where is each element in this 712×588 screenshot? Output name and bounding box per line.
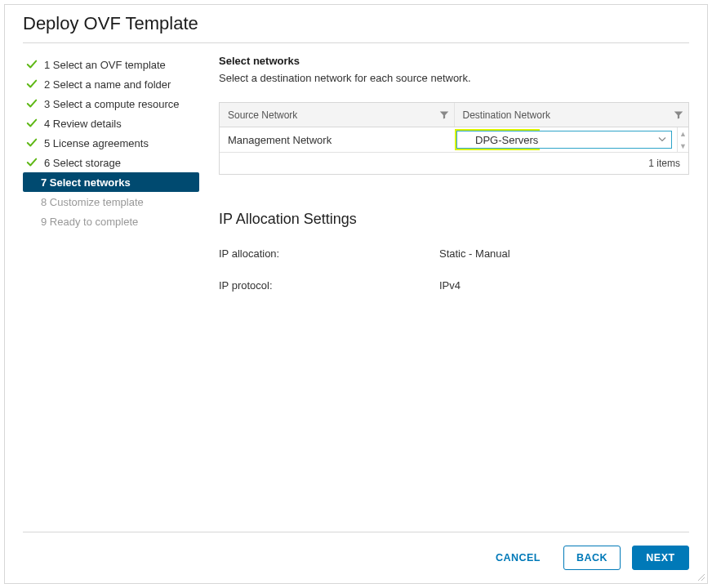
check-icon	[26, 157, 38, 168]
destination-network-select-wrap: DPG-Servers	[456, 131, 672, 149]
ip-protocol-value: IPv4	[439, 279, 461, 292]
dialog-title: Deploy OVF Template	[23, 13, 689, 34]
col-destination[interactable]: Destination Network	[455, 103, 689, 127]
wizard-step-6[interactable]: 6 Select storage	[23, 153, 199, 172]
next-button[interactable]: NEXT	[632, 546, 689, 570]
table-row: Management Network DPG-Servers	[220, 127, 677, 152]
chevron-down-icon	[658, 134, 666, 146]
deploy-ovf-dialog: Deploy OVF Template 1 Select an OVF temp…	[4, 4, 708, 584]
wizard-step-label: 9 Ready to complete	[41, 216, 138, 228]
check-icon	[26, 98, 38, 109]
wizard-step-2[interactable]: 2 Select a name and folder	[23, 74, 199, 94]
network-mapping-table: Source Network Destination Network	[219, 102, 689, 175]
wizard-step-7[interactable]: 7 Select networks	[23, 172, 199, 192]
wizard-step-label: 7 Select networks	[41, 176, 131, 189]
resize-grip-icon[interactable]	[696, 572, 705, 581]
col-destination-label: Destination Network	[463, 109, 550, 121]
ip-allocation-section: IP Allocation Settings IP allocation: St…	[219, 211, 689, 292]
filter-icon[interactable]	[439, 110, 449, 120]
destination-network-select[interactable]: DPG-Servers	[456, 131, 672, 149]
destination-network-cell: DPG-Servers	[452, 127, 677, 152]
check-icon	[26, 59, 38, 70]
wizard-step-label: 2 Select a name and folder	[44, 78, 171, 91]
filter-icon[interactable]	[674, 110, 683, 120]
wizard-step-label: 3 Select a compute resource	[44, 98, 179, 110]
ip-protocol-label: IP protocol:	[219, 279, 439, 292]
ip-allocation-label: IP allocation:	[219, 247, 439, 260]
wizard-step-label: 4 Review details	[44, 118, 122, 130]
section-subtitle: Select a destination network for each so…	[219, 72, 689, 84]
table-body: Management Network DPG-Servers	[220, 127, 688, 152]
wizard-step-3[interactable]: 3 Select a compute resource	[23, 94, 199, 114]
wizard-step-5[interactable]: 5 License agreements	[23, 133, 199, 153]
wizard-step-4[interactable]: 4 Review details	[23, 114, 199, 133]
source-network-cell: Management Network	[220, 127, 452, 152]
wizard-step-1[interactable]: 1 Select an OVF template	[23, 55, 199, 74]
check-icon	[26, 118, 38, 129]
wizard-content: Select networks Select a destination net…	[199, 51, 689, 532]
back-button[interactable]: BACK	[563, 546, 621, 570]
wizard-step-8: 8 Customize template	[23, 192, 199, 212]
wizard-step-label: 1 Select an OVF template	[44, 59, 166, 71]
cancel-button[interactable]: CANCEL	[484, 546, 552, 570]
check-icon	[26, 78, 38, 90]
wizard-nav: 1 Select an OVF template2 Select a name …	[23, 51, 199, 532]
ip-allocation-value: Static - Manual	[439, 247, 510, 260]
col-source-label: Source Network	[228, 109, 297, 121]
source-network-value: Management Network	[228, 134, 332, 146]
check-icon	[26, 137, 38, 149]
dialog-body: 1 Select an OVF template2 Select a name …	[5, 43, 707, 532]
scroll-down-button[interactable]: ▼	[678, 140, 688, 152]
dialog-header: Deploy OVF Template	[5, 5, 707, 41]
table-item-count: 1 items	[648, 158, 680, 169]
ip-protocol-row: IP protocol: IPv4	[219, 279, 689, 292]
table-header-row: Source Network Destination Network	[220, 103, 688, 127]
wizard-step-label: 8 Customize template	[41, 196, 144, 208]
col-source[interactable]: Source Network	[220, 103, 455, 127]
wizard-step-label: 5 License agreements	[44, 137, 149, 149]
dialog-footer: CANCEL BACK NEXT	[5, 532, 707, 583]
scroll-up-button[interactable]: ▲	[678, 127, 688, 140]
table-footer: 1 items	[220, 152, 688, 174]
section-title: Select networks	[219, 55, 689, 67]
wizard-step-label: 6 Select storage	[44, 157, 121, 169]
destination-network-value: DPG-Servers	[475, 134, 538, 146]
wizard-step-9: 9 Ready to complete	[23, 212, 199, 231]
ip-allocation-title: IP Allocation Settings	[219, 211, 689, 228]
ip-allocation-row: IP allocation: Static - Manual	[219, 247, 689, 260]
table-scroll-rail: ▲ ▼	[677, 127, 688, 152]
